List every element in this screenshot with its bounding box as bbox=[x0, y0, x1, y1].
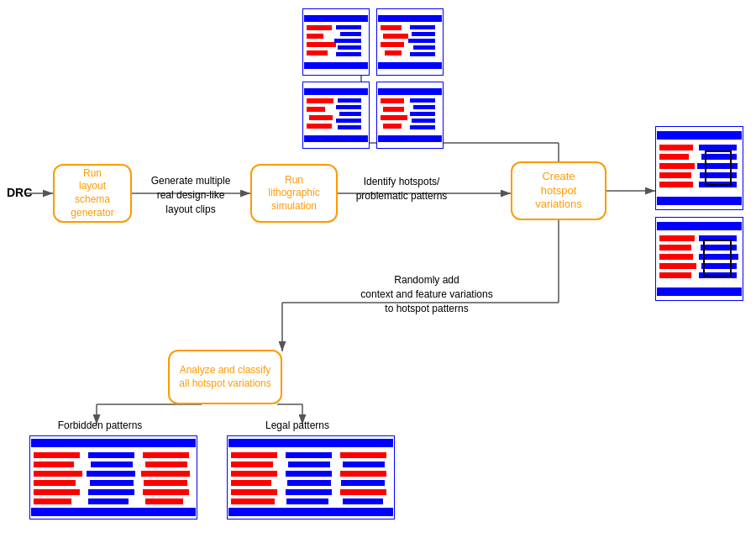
svg-rect-108 bbox=[145, 462, 187, 467]
forbidden-label: Forbidden patterns bbox=[45, 419, 155, 433]
svg-rect-110 bbox=[144, 480, 187, 486]
svg-rect-118 bbox=[231, 471, 277, 477]
svg-rect-34 bbox=[385, 50, 402, 55]
svg-rect-128 bbox=[340, 452, 386, 458]
diagram-container: DRC Runlayoutschemagenerator Generate mu… bbox=[0, 0, 756, 538]
chip-top-left bbox=[302, 8, 370, 76]
chip-top-bottom-right bbox=[376, 82, 444, 149]
legal-label: Legal patterns bbox=[247, 419, 348, 433]
svg-rect-105 bbox=[88, 489, 134, 495]
svg-rect-66 bbox=[657, 197, 742, 205]
svg-rect-72 bbox=[699, 145, 737, 150]
svg-rect-42 bbox=[304, 135, 368, 142]
svg-rect-47 bbox=[338, 98, 361, 103]
svg-rect-31 bbox=[381, 25, 402, 30]
svg-rect-59 bbox=[410, 98, 435, 103]
svg-rect-98 bbox=[34, 480, 76, 486]
chip-forbidden bbox=[29, 435, 197, 520]
svg-rect-71 bbox=[659, 182, 693, 187]
generate-label: Generate multiplereal design-likelayout … bbox=[136, 174, 245, 216]
svg-rect-57 bbox=[381, 115, 407, 120]
chip-right-bottom bbox=[655, 217, 743, 301]
chip-legal bbox=[227, 435, 395, 520]
svg-rect-21 bbox=[307, 42, 336, 47]
svg-rect-35 bbox=[410, 25, 435, 29]
svg-rect-67 bbox=[659, 145, 693, 150]
svg-rect-60 bbox=[413, 105, 435, 109]
svg-rect-126 bbox=[286, 489, 332, 495]
svg-rect-132 bbox=[340, 489, 386, 495]
svg-rect-36 bbox=[412, 32, 435, 36]
svg-rect-79 bbox=[657, 222, 742, 230]
svg-rect-113 bbox=[227, 435, 395, 520]
svg-rect-130 bbox=[340, 471, 386, 477]
svg-rect-26 bbox=[338, 45, 361, 50]
svg-rect-20 bbox=[307, 34, 323, 39]
svg-rect-48 bbox=[336, 105, 361, 109]
svg-rect-24 bbox=[340, 32, 361, 36]
identify-label: Identify hotspots/problematic patterns bbox=[343, 175, 460, 203]
svg-rect-32 bbox=[383, 34, 408, 39]
svg-rect-93 bbox=[31, 439, 196, 447]
svg-rect-41 bbox=[304, 88, 368, 95]
svg-rect-17 bbox=[304, 15, 368, 22]
svg-rect-27 bbox=[336, 52, 361, 56]
svg-rect-56 bbox=[383, 107, 404, 112]
svg-rect-101 bbox=[88, 452, 134, 458]
svg-rect-97 bbox=[34, 471, 82, 477]
svg-rect-82 bbox=[659, 245, 691, 251]
svg-rect-112 bbox=[145, 498, 183, 504]
svg-rect-117 bbox=[231, 462, 273, 467]
svg-rect-69 bbox=[659, 163, 695, 169]
svg-rect-115 bbox=[228, 508, 393, 516]
svg-rect-125 bbox=[287, 480, 331, 486]
svg-rect-92 bbox=[29, 435, 197, 520]
svg-rect-107 bbox=[143, 452, 189, 458]
svg-rect-70 bbox=[659, 172, 691, 178]
svg-rect-119 bbox=[231, 480, 271, 486]
svg-rect-127 bbox=[286, 498, 328, 504]
create-hotspot-box: Createhotspotvariations bbox=[511, 161, 606, 220]
svg-rect-102 bbox=[91, 462, 133, 467]
svg-rect-43 bbox=[307, 98, 333, 103]
svg-rect-39 bbox=[410, 52, 435, 56]
svg-rect-84 bbox=[659, 263, 696, 269]
svg-rect-120 bbox=[231, 489, 277, 495]
svg-rect-54 bbox=[378, 135, 442, 142]
svg-rect-23 bbox=[336, 25, 361, 29]
svg-rect-94 bbox=[31, 508, 196, 516]
svg-rect-104 bbox=[90, 480, 134, 486]
svg-rect-68 bbox=[659, 154, 689, 160]
svg-rect-63 bbox=[410, 125, 435, 129]
randomly-add-label: Randomly addcontext and feature variatio… bbox=[351, 273, 502, 315]
svg-rect-81 bbox=[659, 235, 695, 241]
svg-rect-30 bbox=[378, 62, 442, 69]
svg-rect-123 bbox=[288, 462, 330, 467]
svg-rect-33 bbox=[381, 42, 404, 47]
svg-rect-51 bbox=[338, 125, 361, 129]
svg-rect-22 bbox=[307, 50, 328, 55]
run-litho-box: Runlithographicsimulation bbox=[250, 164, 338, 223]
svg-rect-65 bbox=[657, 131, 742, 140]
svg-rect-62 bbox=[412, 119, 435, 123]
svg-rect-53 bbox=[378, 88, 442, 95]
svg-rect-95 bbox=[34, 452, 80, 458]
svg-rect-19 bbox=[307, 25, 332, 30]
svg-rect-133 bbox=[343, 498, 383, 504]
svg-rect-38 bbox=[413, 45, 435, 50]
svg-rect-111 bbox=[143, 489, 189, 495]
svg-rect-37 bbox=[408, 39, 435, 43]
svg-rect-88 bbox=[699, 254, 738, 260]
drc-label: DRC bbox=[7, 185, 32, 202]
svg-rect-44 bbox=[307, 107, 325, 112]
svg-rect-122 bbox=[286, 452, 332, 458]
chip-right-top bbox=[655, 126, 743, 210]
svg-rect-61 bbox=[410, 112, 435, 116]
svg-rect-100 bbox=[34, 498, 71, 504]
svg-rect-80 bbox=[657, 287, 742, 296]
svg-rect-29 bbox=[378, 15, 442, 22]
svg-rect-109 bbox=[141, 471, 190, 477]
svg-rect-49 bbox=[339, 112, 361, 116]
svg-rect-45 bbox=[309, 115, 333, 120]
svg-rect-85 bbox=[659, 272, 691, 278]
